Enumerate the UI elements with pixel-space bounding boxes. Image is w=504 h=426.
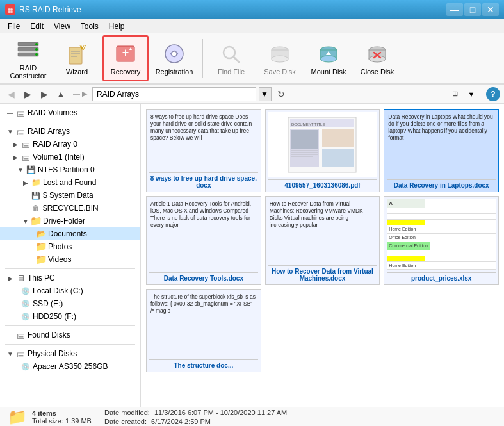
raid-constructor-button[interactable]: RAID Constructor xyxy=(5,35,51,81)
toggle-volume1[interactable]: ▶ xyxy=(10,152,20,162)
toggle-this-pc[interactable]: ▶ xyxy=(5,273,15,283)
sidebar-item-this-pc[interactable]: ▶ 🖥 This PC xyxy=(0,272,140,284)
status-date-modified-value: 11/3/2016 6:07 PM - 10/20/2020 11:27 AM xyxy=(154,409,287,416)
sidebar-item-documents[interactable]: ▶ 📂 Documents xyxy=(0,227,140,240)
xlsx-row-2 xyxy=(387,214,496,220)
file-item-7[interactable]: The structure of the superblock xfs_sb i… xyxy=(146,289,261,372)
close-button[interactable]: ✕ xyxy=(482,3,499,16)
toggle-raid-arrays[interactable]: ▼ xyxy=(5,126,15,136)
sidebar-item-volume1[interactable]: ▶ 🖴 Volume1 (Intel) xyxy=(0,151,140,163)
menu-file[interactable]: File xyxy=(3,20,25,32)
icon-ntfs-partition: 💾 xyxy=(26,165,36,175)
back-button[interactable]: ◀ xyxy=(4,87,18,101)
sidebar-item-lost-and-found[interactable]: ▶ 📁 Lost and Found xyxy=(0,176,140,189)
close-disk-button[interactable]: Close Disk xyxy=(354,35,400,81)
icon-this-pc: 🖥 xyxy=(15,273,26,283)
file-item-4[interactable]: Article 1 Data Recovery Tools for Androi… xyxy=(146,196,261,285)
find-file-label: Find File xyxy=(218,68,245,76)
toggle-system-data[interactable]: ▶ xyxy=(20,190,31,201)
maximize-button[interactable]: □ xyxy=(464,3,481,16)
status-icon-area: 📁 4 items Total size: 1.39 MB xyxy=(8,408,92,426)
toggle-raid-array-0[interactable]: ▶ xyxy=(10,139,20,149)
pdf-preview-svg: DOCUMENT TITLE xyxy=(287,116,357,174)
file-item-6[interactable]: A Home Edition Office Editi xyxy=(384,196,499,285)
find-file-button[interactable]: Find File xyxy=(208,35,254,81)
toggle-ntfs[interactable]: ▼ xyxy=(15,165,26,175)
sidebar-item-system-data[interactable]: ▶ 💾 $ System Data xyxy=(0,189,140,202)
sidebar-item-ssd-e[interactable]: ▶ 💿 SSD (E:) xyxy=(0,297,140,310)
svg-text:+: + xyxy=(122,46,129,59)
file-item-2[interactable]: DOCUMENT TITLE 4109557_1603136086.pdf xyxy=(265,109,380,192)
toggle-documents[interactable]: ▶ xyxy=(26,229,36,239)
sidebar-item-drive-folder[interactable]: ▼ 📁 Drive-Folder xyxy=(0,215,140,227)
toggle-raid-volumes[interactable]: — xyxy=(5,108,15,118)
recovery-button[interactable]: + Recovery xyxy=(102,35,149,81)
xlsx-row-3 xyxy=(387,220,496,225)
file-name-4: Data Recovery Tools.docx xyxy=(149,272,258,282)
address-dropdown[interactable]: ▼ xyxy=(259,87,272,101)
toggle-physical-disks[interactable]: ▼ xyxy=(5,348,15,359)
sidebar-item-apacer[interactable]: ▶ 💿 Apacer AS350 256GB xyxy=(0,360,140,373)
icon-hdd-arrays: 🖴 xyxy=(15,126,26,136)
icon-lost-found: 📁 xyxy=(31,177,41,188)
toggle-recycle-bin[interactable]: ▶ xyxy=(20,203,31,213)
xlsx-preview: A Home Edition Office Editi xyxy=(387,199,496,270)
xlsx-col-header: A xyxy=(387,199,425,208)
menu-edit[interactable]: Edit xyxy=(25,20,49,32)
raid-constructor-label: RAID Constructor xyxy=(8,64,49,79)
toggle-found-disks[interactable]: — xyxy=(5,330,15,340)
mount-disk-button[interactable]: Mount Disk xyxy=(305,35,352,81)
sidebar-item-raid-array-0[interactable]: ▶ 🖴 RAID Array 0 xyxy=(0,138,140,151)
up-button[interactable]: ▲ xyxy=(54,87,68,101)
file-item-5[interactable]: How to Recover Data from Virtual Machine… xyxy=(265,196,380,285)
status-date-modified-label: Date modified: xyxy=(104,409,150,416)
address-bar: ◀ ▶ ▶ ▲ — ▶ ▼ ↻ ⊞ ▼ ? xyxy=(0,85,504,104)
sidebar-item-physical-disks[interactable]: ▼ 🖴 Physical Disks xyxy=(0,347,140,360)
file-preview-text-4: Article 1 Data Recovery Tools for Androi… xyxy=(150,201,257,229)
svg-rect-31 xyxy=(322,149,354,167)
icon-system-data: 💾 xyxy=(31,190,41,201)
label-ssd-e: SSD (E:) xyxy=(33,299,63,308)
wizard-button[interactable]: Wizard xyxy=(54,35,100,81)
menu-tools[interactable]: Tools xyxy=(76,20,104,32)
xlsx-header-row: A xyxy=(387,199,496,208)
toggle-ssd-e[interactable]: ▶ xyxy=(10,299,20,309)
icon-documents-folder: 📂 xyxy=(36,229,46,239)
sidebar-item-recycle-bin[interactable]: ▶ 🗑 $RECYCLE.BIN xyxy=(0,202,140,215)
save-disk-button[interactable]: Save Disk xyxy=(257,35,303,81)
menu-help[interactable]: Help xyxy=(104,20,130,32)
registration-button[interactable]: Registration xyxy=(151,35,197,81)
sidebar-item-photos[interactable]: ▶ 📁 Photos xyxy=(0,240,140,253)
view-options-button[interactable]: ▼ xyxy=(464,87,478,101)
label-drive-folder: Drive-Folder xyxy=(43,217,85,225)
forward-button[interactable]: ▶ xyxy=(20,87,35,101)
toggle-apacer[interactable]: ▶ xyxy=(10,361,20,372)
forward2-button[interactable]: ▶ xyxy=(37,87,51,101)
view-toggle-button[interactable]: ⊞ xyxy=(448,87,462,101)
address-input[interactable] xyxy=(92,87,256,101)
minimize-button[interactable]: — xyxy=(446,3,463,16)
sidebar-item-raid-volumes[interactable]: — 🖴 RAID Volumes xyxy=(0,106,140,119)
svg-point-24 xyxy=(369,56,386,62)
icon-photos-folder: 📁 xyxy=(36,242,46,252)
toggle-lost-found[interactable]: ▶ xyxy=(20,177,31,188)
menu-view[interactable]: View xyxy=(49,20,76,32)
xlsx-cell-3 xyxy=(387,220,425,225)
icon-hdd250-f: 💿 xyxy=(20,311,31,322)
sidebar-item-local-disk-c[interactable]: ▶ 💿 Local Disk (C:) xyxy=(0,284,140,297)
toggle-hdd250-f[interactable]: ▶ xyxy=(10,311,20,322)
help-button[interactable]: ? xyxy=(486,87,500,101)
file-item-3[interactable]: Data Recovery in Laptops What should you… xyxy=(384,109,499,192)
sidebar-item-hdd250-f[interactable]: ▶ 💿 HDD250 (F:) xyxy=(0,310,140,323)
sidebar-item-found-disks[interactable]: — 🖴 Found Disks xyxy=(0,329,140,341)
svg-point-3 xyxy=(35,43,38,45)
sidebar-item-ntfs-partition[interactable]: ▼ 💾 NTFS Partition 0 xyxy=(0,163,140,176)
toggle-local-c[interactable]: ▶ xyxy=(10,286,20,296)
xlsx-row-5: Office Edition xyxy=(387,234,496,242)
file-item-1[interactable]: 8 ways to free up hard drive space Does … xyxy=(146,109,261,192)
icon-videos-folder: 📁 xyxy=(36,254,46,265)
sidebar-item-raid-arrays[interactable]: ▼ 🖴 RAID Arrays xyxy=(0,125,140,138)
sidebar-item-videos[interactable]: ▶ 📁 Videos xyxy=(0,253,140,266)
status-date-created-value: 6/17/2024 2:59 PM xyxy=(151,418,211,425)
refresh-button[interactable]: ↻ xyxy=(274,87,288,101)
